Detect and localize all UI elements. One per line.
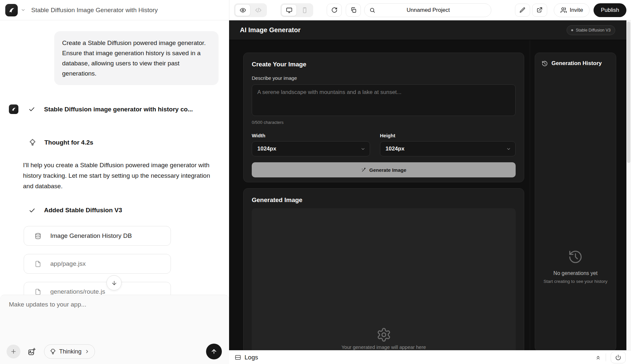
create-image-card: Create Your Image Describe your image 0/… [243, 53, 524, 182]
char-count: 0/500 characters [252, 120, 516, 125]
publish-label: Publish [601, 7, 619, 13]
phone-icon [301, 7, 308, 13]
logo-mark-icon [11, 106, 17, 112]
chevron-down-icon [506, 147, 511, 151]
chevron-down-icon [361, 147, 365, 151]
history-title: Generation History [551, 60, 602, 67]
external-link-icon [536, 7, 543, 13]
generate-image-button[interactable]: Generate Image [252, 162, 516, 177]
power-icon [615, 354, 621, 360]
edit-button[interactable] [515, 4, 530, 17]
send-button[interactable] [206, 344, 222, 359]
scrollbar-thumb[interactable] [627, 22, 630, 163]
copy-icon [350, 7, 357, 13]
width-label: Width [252, 133, 370, 138]
scroll-to-bottom-button[interactable] [106, 275, 122, 290]
view-mode-toggle [234, 3, 267, 17]
history-empty-title: No generations yet [535, 270, 616, 276]
height-value: 1024px [386, 146, 405, 152]
generated-image-placeholder: Your generated image will appear here [252, 208, 516, 350]
database-card[interactable]: Image Generation History DB [24, 226, 171, 246]
history-icon [568, 249, 583, 264]
app-preview: AI Image Generator Stable Diffusion V3 C… [229, 20, 626, 350]
copy-button[interactable] [346, 4, 361, 17]
assistant-message: I'll help you create a Stable Diffusion … [23, 160, 214, 192]
code-mode-button[interactable] [250, 4, 266, 16]
publish-button[interactable]: Publish [594, 3, 626, 17]
history-header: Generation History [542, 60, 609, 67]
chevron-right-icon [84, 349, 90, 354]
user-message-bubble: Create a Stable Diffusion powered image … [54, 31, 219, 85]
project-title: Stable Diffusion Image Generator with Hi… [31, 7, 158, 14]
power-button[interactable] [611, 352, 626, 363]
main-panel: Unnamed Project Invite Publish AI Image … [229, 0, 631, 364]
search-icon [369, 7, 375, 13]
expand-logs-button[interactable] [595, 354, 601, 360]
width-select[interactable]: 1024px [252, 141, 370, 156]
assistant-summary-row[interactable]: Stable Diffusion image generator with hi… [9, 104, 193, 114]
refresh-icon [331, 7, 338, 13]
generated-image-card: Generated Image Your generated image wil… [243, 188, 524, 350]
logs-controls [595, 352, 626, 363]
generated-app-header: AI Image Generator Stable Diffusion V3 [229, 20, 626, 40]
lightbulb-icon [29, 139, 36, 146]
add-image-button[interactable] [28, 347, 36, 356]
generated-app-body: Create Your Image Describe your image 0/… [229, 40, 626, 350]
composer-input[interactable] [9, 301, 221, 340]
eye-icon [240, 7, 246, 13]
history-empty-subtitle: Start creating to see your history [535, 279, 616, 284]
generated-card-title: Generated Image [252, 196, 516, 204]
column-divider [530, 40, 530, 350]
thinking-mode-button[interactable]: Thinking [44, 344, 95, 359]
file-card-label: app/page.jsx [50, 260, 86, 267]
preview-mode-button[interactable] [235, 4, 250, 16]
status-dot-icon [571, 29, 573, 31]
open-external-button[interactable] [532, 4, 547, 17]
thought-label: Thought for 4.2s [44, 139, 93, 146]
mobile-view-button[interactable] [297, 4, 312, 16]
composer-toolbar: Thinking [7, 344, 222, 359]
file-icon [35, 288, 41, 295]
describe-label: Describe your image [252, 75, 516, 81]
lightbulb-icon [50, 348, 56, 355]
generated-empty-text: Your generated image will appear here [252, 344, 516, 350]
project-name: Unnamed Project [375, 7, 481, 13]
logs-icon [235, 354, 241, 361]
database-icon [35, 233, 41, 239]
plus-icon [10, 348, 17, 355]
chevron-down-icon[interactable] [21, 8, 26, 12]
arrow-up-icon [211, 348, 217, 355]
model-badge: Stable Diffusion V3 [567, 25, 615, 35]
file-icon [35, 261, 41, 267]
thinking-label: Thinking [59, 348, 82, 355]
create-card-title: Create Your Image [252, 61, 516, 68]
assistant-avatar [9, 104, 18, 114]
dimensions-row: Width 1024px Height 1024px [252, 133, 516, 156]
preview-scrollbar[interactable] [626, 20, 631, 350]
project-url-bar[interactable]: Unnamed Project [364, 3, 491, 17]
invite-button[interactable]: Invite [554, 3, 590, 17]
invite-label: Invite [570, 7, 583, 13]
added-label: Added Stable Diffusion V3 [44, 207, 122, 214]
desktop-view-button[interactable] [281, 4, 297, 16]
app-logo[interactable] [5, 4, 18, 16]
add-attachment-button[interactable] [7, 345, 20, 358]
summary-label: Stable Diffusion image generator with hi… [44, 106, 193, 113]
chat-header: Stable Diffusion Image Generator with Hi… [0, 0, 229, 20]
check-icon [28, 106, 35, 113]
generation-history-panel: Generation History No generations yet St… [535, 53, 616, 350]
refresh-button[interactable] [327, 4, 342, 17]
code-icon [255, 7, 262, 13]
height-select[interactable]: 1024px [380, 141, 516, 156]
prompt-input[interactable] [252, 84, 516, 116]
model-badge-label: Stable Diffusion V3 [576, 28, 611, 33]
file-card[interactable]: app/page.jsx [24, 254, 171, 274]
logo-mark-icon [7, 6, 16, 14]
generated-app-title: AI Image Generator [240, 26, 301, 34]
thought-row[interactable]: Thought for 4.2s [29, 139, 93, 146]
gear-icon [376, 327, 391, 342]
history-empty-state: No generations yet Start creating to see… [535, 249, 616, 284]
height-label: Height [380, 133, 516, 138]
chevrons-up-icon [595, 354, 601, 360]
width-value: 1024px [257, 146, 276, 152]
